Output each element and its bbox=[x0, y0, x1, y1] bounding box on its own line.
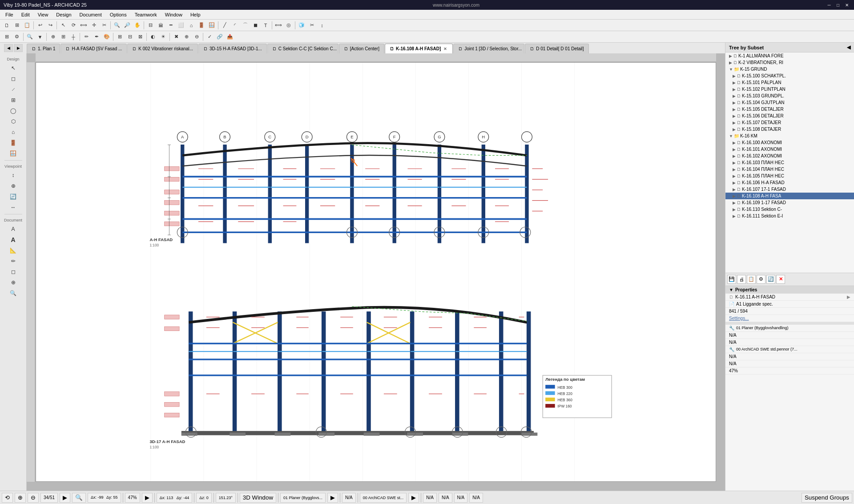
tool-text-big[interactable]: A bbox=[4, 235, 23, 245]
tb2-view2[interactable]: ⊟ bbox=[125, 32, 135, 42]
status-3d-window[interactable]: 3D Window bbox=[240, 493, 276, 503]
menu-document[interactable]: Document bbox=[76, 11, 105, 18]
tb2-find[interactable]: 🔍 bbox=[25, 32, 35, 42]
tree-item-k1[interactable]: ▶ 🗋 K-1 ALLMÄNNA FORE bbox=[725, 52, 854, 59]
prop-settings-row[interactable]: Settings... bbox=[725, 315, 854, 322]
status-planner-arrow[interactable]: ▶ bbox=[327, 493, 338, 503]
tb2-subtract[interactable]: ⊖ bbox=[192, 32, 201, 42]
tree-item-k16108-active[interactable]: ▶ 🗋 K-16.108 A-H FASA bbox=[725, 193, 854, 199]
tb-new[interactable]: 🗋 bbox=[2, 20, 12, 30]
tb-column[interactable]: 🏛 bbox=[156, 20, 165, 30]
tb-slab[interactable]: ⬜ bbox=[176, 20, 186, 30]
tool-zoom-fit[interactable]: ↕ bbox=[4, 170, 23, 180]
tree-item-k16105[interactable]: ▶ 🗋 K-16.105 ПЛАН НЕС bbox=[725, 173, 854, 179]
menu-edit[interactable]: Edit bbox=[18, 11, 33, 18]
tab-vibration[interactable]: 🗋 K 002 Vibrationer riskanal... bbox=[127, 44, 198, 53]
status-play[interactable]: ▶ bbox=[60, 493, 70, 503]
tree-item-k15108[interactable]: ▶ 🗋 K-15.108 DETAJER bbox=[725, 126, 854, 133]
tab-k16108[interactable]: 🗋 K-16.108 A-H FASAD] ✕ bbox=[385, 44, 453, 53]
menu-help[interactable]: Help bbox=[187, 11, 204, 18]
rpt-save[interactable]: 💾 bbox=[727, 275, 736, 284]
tb-polyline[interactable]: ⌒ bbox=[240, 20, 250, 30]
tree-item-k15103[interactable]: ▶ 🗋 K-15.103 GRUNDPL. bbox=[725, 93, 854, 99]
tb-zoom-in[interactable]: 🔍 bbox=[112, 20, 122, 30]
status-zoom-arrow[interactable]: ▶ bbox=[142, 493, 153, 503]
tb-redo[interactable]: ↪ bbox=[45, 20, 55, 30]
tab-nav-next[interactable]: ▶ bbox=[14, 44, 23, 52]
tool-orbit[interactable]: ⊕ bbox=[4, 181, 23, 191]
tb2-color[interactable]: 🎨 bbox=[102, 32, 112, 42]
tab-fasad-ha[interactable]: 🗋 H-A FASAD [SV Fasad ... bbox=[60, 44, 127, 53]
tool-line-draw[interactable]: ⟋ bbox=[4, 85, 23, 94]
tb2-check[interactable]: ✓ bbox=[205, 32, 214, 42]
tb2-intersect[interactable]: ✖ bbox=[171, 32, 181, 42]
tb-dim[interactable]: ⟺ bbox=[274, 20, 283, 30]
tb2-view3[interactable]: ⊠ bbox=[135, 32, 145, 42]
tree-item-k16102[interactable]: ▶ 🗋 K-16.102 AXONOMI bbox=[725, 153, 854, 159]
tb2-render[interactable]: ◐ bbox=[148, 32, 158, 42]
menu-options[interactable]: Options bbox=[106, 11, 130, 18]
rpt-settings[interactable]: ⚙ bbox=[757, 275, 765, 284]
tb-mirror[interactable]: ⟺ bbox=[79, 20, 89, 30]
tree-item-k16104[interactable]: ▶ 🗋 K-16.104 ПЛАН НЕС bbox=[725, 166, 854, 173]
drawing-area[interactable]: A B C D E F G H bbox=[36, 62, 716, 482]
tree-item-k16100[interactable]: ▶ 🗋 K-16.100 AXONOMI bbox=[725, 139, 854, 146]
tb-elevation[interactable]: ↕ bbox=[317, 20, 327, 30]
tb2-sun[interactable]: ☀ bbox=[158, 32, 168, 42]
status-nav-zoom-out[interactable]: ⊖ bbox=[28, 493, 39, 503]
tree-item-k16103[interactable]: ▶ 🗋 K-16.103 ПЛАН НЕС bbox=[725, 159, 854, 166]
rpt-refresh[interactable]: 🔄 bbox=[766, 275, 775, 284]
tab-action[interactable]: 🗋 [Action Center] bbox=[339, 44, 384, 53]
tb2-filter[interactable]: ▼ bbox=[35, 32, 45, 42]
tree-item-k15101[interactable]: ▶ 🗋 K-15.101 PÅLPLAN bbox=[725, 79, 854, 86]
rpt-close[interactable]: ✕ bbox=[776, 275, 785, 284]
tool-pencil[interactable]: ✏ bbox=[4, 256, 23, 266]
maximize-btn[interactable]: □ bbox=[834, 1, 842, 8]
tb-fill[interactable]: ◼ bbox=[250, 20, 260, 30]
tb-wall[interactable]: ⊟ bbox=[145, 20, 155, 30]
tree-item-k16[interactable]: ▼ 📁 K-16 KM bbox=[725, 133, 854, 139]
tree-item-k15107[interactable]: ▶ 🗋 K-15.107 DETAJER bbox=[725, 119, 854, 126]
tab-joint1[interactable]: 🗋 Joint 1 [3D / Selection, Stor... bbox=[453, 44, 524, 53]
tb-layout[interactable]: ⊞ bbox=[12, 20, 22, 30]
tb2-pen2[interactable]: ✒ bbox=[92, 32, 101, 42]
tree-item-k15102[interactable]: ▶ 🗋 K-15.102 PLINTPLAN bbox=[725, 86, 854, 93]
close-btn[interactable]: ✕ bbox=[843, 1, 850, 8]
tree-item-k15100[interactable]: ▶ 🗋 K-15.100 SCHAKTPL. bbox=[725, 73, 854, 79]
tool-search2[interactable]: 🔍 bbox=[4, 288, 23, 298]
tb-plan[interactable]: 📋 bbox=[22, 20, 32, 30]
tb-roof[interactable]: ⌂ bbox=[186, 20, 196, 30]
tb-trim[interactable]: ✂ bbox=[99, 20, 109, 30]
tool-pan2[interactable]: ↔ bbox=[4, 202, 23, 212]
tool-wall[interactable]: ◻ bbox=[4, 74, 23, 84]
tb-window[interactable]: 🪟 bbox=[207, 20, 217, 30]
tb-section[interactable]: ✂ bbox=[307, 20, 317, 30]
tab-d01[interactable]: 🗋 D 01 Detail[ D 01 Detail] bbox=[525, 44, 588, 53]
rpt-copy[interactable]: 📋 bbox=[747, 275, 756, 284]
tool-window2[interactable]: 🪟 bbox=[4, 149, 23, 158]
suspend-groups-button[interactable]: Suspend Groups bbox=[802, 493, 852, 503]
tb-rotate[interactable]: ⟳ bbox=[68, 20, 78, 30]
tb2-snap[interactable]: ⊕ bbox=[48, 32, 58, 42]
rpt-print[interactable]: 🖨 bbox=[737, 275, 746, 284]
tb-arc[interactable]: ◜ bbox=[230, 20, 240, 30]
menu-design[interactable]: Design bbox=[52, 11, 75, 18]
menu-window[interactable]: Window bbox=[161, 11, 186, 18]
tab-k16108-close[interactable]: ✕ bbox=[443, 46, 448, 52]
tab-3d15[interactable]: 🗋 3D-15 H-A FASAD [3D-1... bbox=[198, 44, 267, 53]
tree-item-k15105[interactable]: ▶ 🗋 K-15.105 DETALJER bbox=[725, 106, 854, 113]
tree-item-k16109[interactable]: ▶ 🗋 K-16.109 1-17 FASAD bbox=[725, 199, 854, 206]
menu-teamwork[interactable]: Teamwork bbox=[131, 11, 161, 18]
status-search[interactable]: 🔍 bbox=[72, 493, 86, 503]
tb-pan[interactable]: ✋ bbox=[133, 20, 142, 30]
status-archicad-arrow[interactable]: ▶ bbox=[408, 493, 419, 503]
tree-item-k15[interactable]: ▼ 📁 K-15 GRUND bbox=[725, 66, 854, 73]
tool-dimension[interactable]: 📐 bbox=[4, 246, 23, 255]
prop-settings-btn[interactable]: Settings... bbox=[729, 316, 749, 321]
tool-rotate3d[interactable]: 🔄 bbox=[4, 192, 23, 202]
tool-polygon[interactable]: ⬡ bbox=[4, 117, 23, 126]
tb-select[interactable]: ↖ bbox=[58, 20, 68, 30]
tb-marker[interactable]: ◎ bbox=[284, 20, 294, 30]
tree-item-k16111[interactable]: ▶ 🗋 K-16.111 Sektion E-I bbox=[725, 213, 854, 219]
tb-move[interactable]: ✛ bbox=[89, 20, 99, 30]
